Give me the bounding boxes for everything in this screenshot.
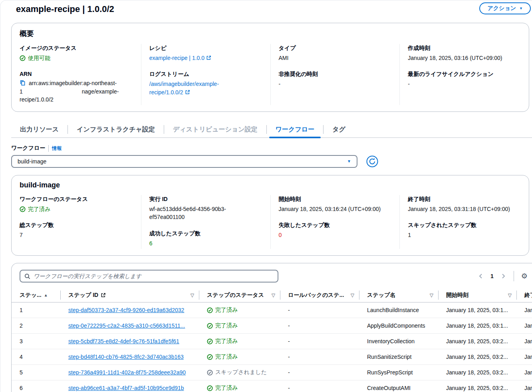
header-step-name[interactable]: ステップ名 ▽	[359, 288, 438, 302]
step-name-cell: RunSanitizeScript	[359, 354, 438, 360]
workflow-col-1: ワークフローのステータス 完了済み 総ステップ数 7	[12, 195, 141, 249]
header-step-id[interactable]: ステップ ID ▽	[60, 288, 199, 302]
status-text: スキップされました	[215, 369, 267, 376]
image-status-field: イメージのステータス 使用可能	[20, 45, 133, 62]
refresh-button[interactable]	[365, 155, 379, 168]
image-status-text: 使用可能	[28, 54, 50, 62]
sort-ascending-icon: ▲	[44, 293, 48, 297]
overview-panel: 概要 イメージのステータス 使用可能 ARN arn:aws:imagebuil…	[11, 23, 529, 112]
filter-icon[interactable]: ▽	[508, 293, 512, 298]
step-id-link[interactable]: step-0e722295-c2a2-4835-a310-c5663d1511.…	[68, 322, 185, 329]
info-link[interactable]: 情報	[48, 145, 62, 152]
tab-infrastructure-settings[interactable]: インフラストラクチャ設定	[68, 121, 164, 137]
end-time-value: January 18, 2025, 03:31:18 (UTC+09:00)	[408, 205, 521, 213]
tab-output-resources[interactable]: 出力リソース	[11, 121, 67, 137]
external-link-icon	[206, 55, 211, 60]
workflow-select[interactable]: build-image ▼	[11, 155, 357, 168]
copy-icon[interactable]	[20, 80, 26, 86]
succeeded-steps-value: 6	[149, 239, 262, 247]
step-id-link[interactable]: step-5cbdf735-e8d2-4def-9c76-51fa1dfe5f6…	[68, 338, 179, 344]
header-label: ステップのステータス	[207, 292, 264, 299]
start-time-value: January 18, 2025, 03:16:24 (UTC+09:00)	[279, 205, 392, 213]
status-text: 完了済み	[215, 384, 238, 392]
step-id-link[interactable]: step-ab96ce61-a3a7-4bf7-ad5f-10b95ce9d91…	[68, 385, 184, 391]
type-value: AMI	[279, 54, 392, 62]
previous-page-button[interactable]	[476, 272, 486, 280]
step-status-cell: 完了済み	[199, 306, 280, 314]
status-check-icon	[207, 307, 213, 313]
end-time-label: 終了時刻	[408, 196, 521, 203]
start-time-cell: January 18, 2025, 03:2...	[438, 385, 516, 391]
step-name-cell: ApplyBuildComponents	[359, 322, 438, 329]
step-status-cell: 完了済み	[199, 353, 280, 360]
header-start-time[interactable]: 開始時刻 ▽	[438, 288, 516, 302]
pagination: 1 ⚙	[476, 271, 532, 281]
status-check-icon	[207, 338, 213, 344]
filter-icon[interactable]: ▽	[272, 293, 275, 298]
tab-workflows[interactable]: ワークフロー	[267, 121, 324, 137]
header-step-number[interactable]: ステッ... ▲	[12, 288, 60, 302]
log-stream-line2: recipe/1.0.0/2	[149, 89, 183, 96]
arn-value: arn:aws:imagebuilder:ap-northeast- 1nage…	[20, 79, 133, 103]
type-field: タイプ AMI	[279, 45, 392, 62]
header-step-status[interactable]: ステップのステータス ▽	[199, 288, 280, 302]
filter-icon[interactable]: ▽	[430, 293, 433, 298]
header-label: ステップ ID	[68, 292, 98, 299]
recipe-value: example-recipe | 1.0.0	[149, 54, 262, 62]
step-status-cell: 完了済み	[199, 384, 280, 392]
table-row: 3 step-5cbdf735-e8d2-4def-9c76-51fa1dfe5…	[12, 334, 532, 349]
lifecycle-label: 最新のライフサイクルアクション	[408, 71, 521, 78]
execution-id-label: 実行 ID	[149, 196, 262, 203]
overview-col-1: イメージのステータス 使用可能 ARN arn:aws:imagebuilder…	[12, 44, 141, 105]
rollback-status-cell: -	[280, 338, 359, 344]
start-time-cell: January 18, 2025, 03:2...	[438, 338, 516, 344]
tab-label: ディストリビューション設定	[173, 125, 258, 134]
deprecation-value: -	[279, 80, 392, 88]
table-preferences-button[interactable]: ⚙	[520, 271, 529, 281]
end-time-cell: January 18, 2025	[516, 307, 532, 313]
arn-label: ARN	[20, 71, 133, 77]
header-label: 終了時刻	[524, 292, 532, 299]
header-end-time[interactable]: 終了時刻	[516, 288, 532, 302]
workflow-selector-label-row: ワークフロー 情報	[11, 145, 532, 152]
status-text: 完了済み	[215, 322, 238, 329]
table-row: 4 step-bd48f140-cb76-4825-8fc2-3d740ac3b…	[12, 349, 532, 365]
steps-search-input[interactable]	[34, 273, 274, 279]
actions-button[interactable]: アクション ▼	[479, 2, 531, 14]
log-stream-link[interactable]: /aws/imagebuilder/example-recipe/1.0.0/2	[149, 81, 219, 95]
recipe-link[interactable]: example-recipe | 1.0.0	[149, 55, 204, 61]
workflow-col-4: 終了時刻 January 18, 2025, 03:31:18 (UTC+09:…	[399, 195, 529, 249]
header-rollback-status[interactable]: ロールバックのステ... ▽	[280, 288, 359, 302]
step-id-link[interactable]: step-daf50373-2a37-4cf9-9260-ed19a63d203…	[68, 307, 184, 313]
next-page-button[interactable]	[498, 272, 508, 280]
end-time-field: 終了時刻 January 18, 2025, 03:31:18 (UTC+09:…	[408, 196, 521, 213]
refresh-icon	[366, 155, 379, 168]
page-header: example-recipe | 1.0.0/2 アクション ▼	[0, 0, 532, 18]
current-page-number[interactable]: 1	[487, 273, 497, 279]
skipped-steps-label: スキップされたステップ数	[408, 222, 521, 229]
start-time-label: 開始時刻	[279, 196, 392, 203]
table-toolbar: 1 ⚙	[12, 263, 532, 288]
step-status-cell: 完了済み	[199, 338, 280, 345]
lifecycle-field: 最新のライフサイクルアクション -	[408, 71, 521, 88]
table-row: 6 step-ab96ce61-a3a7-4bf7-ad5f-10b95ce9d…	[12, 380, 532, 392]
overview-col-2: レシピ example-recipe | 1.0.0 ログストリーム /aws/…	[141, 44, 270, 105]
end-time-cell: January 18, 2025	[516, 354, 532, 360]
caret-down-icon: ▼	[347, 159, 351, 163]
skipped-steps-value: 1	[408, 231, 521, 239]
table-header-row: ステッ... ▲ ステップ ID ▽ ステップのステータス ▽ ロールバックのス…	[12, 288, 532, 302]
step-name-cell: LaunchBuildInstance	[359, 307, 438, 313]
total-steps-value: 7	[20, 231, 133, 239]
tab-tags[interactable]: タグ	[324, 121, 354, 137]
tab-bar: 出力リソース インフラストラクチャ設定 ディストリビューション設定 ワークフロー…	[11, 121, 532, 138]
step-id-link[interactable]: step-bd48f140-cb76-4825-8fc2-3d740ac3b16…	[68, 354, 184, 360]
step-name-cell: CreateOutputAMI	[359, 385, 438, 391]
filter-icon[interactable]: ▽	[351, 293, 354, 298]
step-number-cell: 2	[12, 322, 60, 329]
caret-down-icon: ▼	[519, 7, 523, 10]
total-steps-label: 総ステップ数	[20, 222, 133, 229]
filter-icon[interactable]: ▽	[191, 293, 194, 298]
step-number-cell: 1	[12, 307, 60, 313]
rollback-status-cell: -	[280, 322, 359, 329]
step-id-link[interactable]: step-736a4991-11d1-402a-8f75-258deee32a9…	[68, 369, 186, 376]
